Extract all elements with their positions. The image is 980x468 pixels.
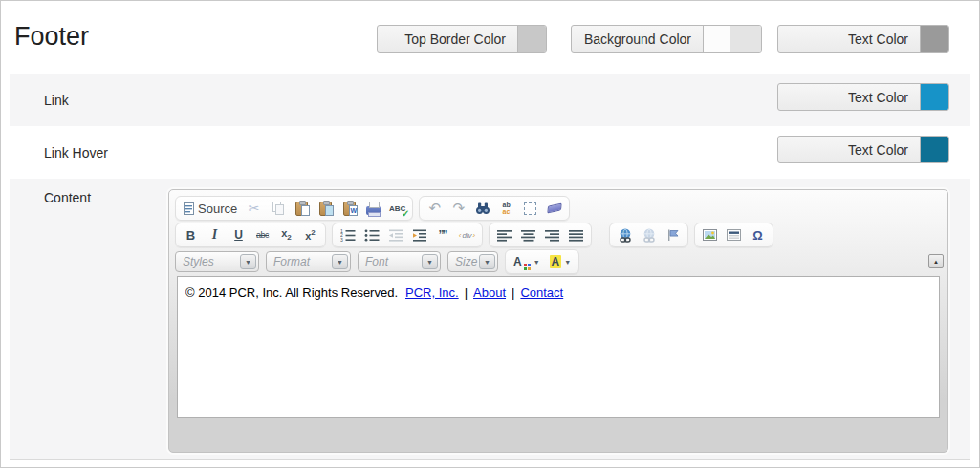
background-color-swatch-2[interactable]: [730, 26, 761, 52]
align-center-button[interactable]: [516, 224, 540, 245]
spell-check-button[interactable]: ABC✓: [385, 198, 409, 219]
font-dropdown-arrow[interactable]: ▼: [422, 254, 438, 269]
copy-button[interactable]: [266, 198, 290, 219]
link-hover-text-color-button[interactable]: Text Color: [777, 136, 949, 163]
justify-button[interactable]: [564, 224, 588, 245]
insert-image-icon: [703, 229, 717, 241]
cut-button[interactable]: ✂: [242, 198, 266, 219]
source-icon: [184, 202, 194, 215]
find-icon: [475, 202, 490, 215]
format-dropdown-label: Format: [273, 255, 310, 268]
bold-icon: B: [186, 228, 195, 243]
italic-button[interactable]: I: [203, 224, 227, 245]
format-dropdown[interactable]: Format ▼: [266, 251, 351, 272]
styles-dropdown-label: Styles: [183, 255, 214, 268]
anchor-button[interactable]: [661, 224, 685, 245]
underline-button[interactable]: U: [227, 224, 250, 245]
background-color-swatch-1[interactable]: [703, 26, 730, 52]
insert-image-button[interactable]: [698, 224, 722, 245]
replace-button[interactable]: abac: [494, 198, 518, 219]
align-center-icon: [521, 229, 535, 242]
collapse-toolbar-button[interactable]: ▲: [928, 254, 944, 268]
top-border-color-button[interactable]: Top Border Color: [377, 25, 547, 53]
editor-content-area[interactable]: © 2014 PCR, Inc. All Rights Reserved.PCR…: [177, 276, 940, 418]
chevron-down-icon: ▼: [426, 259, 433, 266]
remove-format-button[interactable]: [542, 198, 566, 219]
insert-link-button[interactable]: [613, 224, 637, 245]
footer-text-color-label: Text Color: [778, 26, 920, 52]
pcr-link[interactable]: PCR, Inc.: [405, 286, 459, 300]
footer-settings-panel: Footer Top Border Color Background Color…: [0, 0, 980, 468]
source-button[interactable]: Source: [179, 198, 242, 219]
print-icon: [366, 206, 381, 215]
increase-indent-button[interactable]: [407, 224, 431, 245]
top-border-color-swatch[interactable]: [517, 26, 546, 52]
anchor-icon: [665, 228, 680, 242]
bullet-list-icon: [364, 228, 380, 242]
align-right-icon: [545, 229, 559, 242]
print-button[interactable]: [361, 198, 385, 219]
undo-button[interactable]: ↶: [423, 198, 446, 219]
cut-icon: ✂: [249, 201, 260, 216]
numbered-list-icon: 123: [340, 228, 356, 242]
chevron-down-icon: ▼: [564, 259, 571, 266]
page-title: Footer: [14, 22, 89, 52]
find-button[interactable]: [470, 198, 494, 219]
paste-icon: [295, 202, 308, 216]
superscript-icon: x2: [305, 228, 316, 242]
source-label: Source: [198, 202, 237, 216]
footer-text-color-swatch[interactable]: [920, 26, 948, 52]
undo-icon: ↶: [428, 200, 441, 217]
link-hover-text-color-swatch[interactable]: [920, 137, 948, 162]
bold-button[interactable]: B: [179, 224, 203, 245]
bullet-list-button[interactable]: [359, 224, 383, 245]
redo-button[interactable]: ↷: [446, 198, 470, 219]
separator: |: [465, 286, 468, 300]
insert-link-icon: [618, 228, 633, 243]
link-text-color-button[interactable]: Text Color: [777, 83, 949, 111]
paste-button[interactable]: [290, 198, 314, 219]
numbered-list-button[interactable]: 123: [336, 224, 359, 245]
align-left-button[interactable]: [492, 224, 516, 245]
link-hover-text-color-label: Text Color: [778, 137, 920, 162]
size-dropdown-arrow[interactable]: ▼: [479, 254, 495, 269]
editor-status-bar: [171, 420, 946, 446]
background-color-label: Background Color: [572, 26, 703, 52]
horizontal-rule-button[interactable]: [722, 224, 746, 245]
subscript-button[interactable]: x2: [274, 224, 298, 245]
font-dropdown[interactable]: Font ▼: [358, 251, 441, 272]
background-color-button[interactable]: Background Color: [571, 25, 762, 53]
background-highlight-color-button[interactable]: A ▼: [545, 251, 577, 272]
link-row-label: Link: [44, 93, 69, 108]
size-dropdown-label: Size: [455, 255, 477, 268]
special-character-button[interactable]: Ω: [746, 224, 770, 245]
justify-icon: [569, 229, 583, 242]
create-div-icon: div: [459, 231, 476, 240]
paste-plain-text-icon: [319, 202, 332, 216]
footer-text-color-button[interactable]: Text Color: [777, 25, 949, 53]
blockquote-button[interactable]: ””: [431, 224, 455, 245]
format-dropdown-arrow[interactable]: ▼: [332, 254, 348, 269]
align-left-icon: [497, 229, 512, 242]
create-div-button[interactable]: div: [455, 224, 479, 245]
size-dropdown[interactable]: Size ▼: [447, 251, 498, 272]
contact-link[interactable]: Contact: [520, 286, 563, 300]
paste-plain-text-button[interactable]: [314, 198, 338, 219]
remove-format-icon: [547, 202, 561, 213]
styles-dropdown-arrow[interactable]: ▼: [240, 254, 256, 269]
link-text-color-swatch[interactable]: [920, 84, 948, 110]
about-link[interactable]: About: [473, 286, 506, 300]
styles-dropdown[interactable]: Styles ▼: [175, 251, 259, 272]
paste-from-word-button[interactable]: W: [338, 198, 361, 219]
strikethrough-button[interactable]: abc: [250, 224, 274, 245]
align-right-button[interactable]: [540, 224, 564, 245]
superscript-button[interactable]: x2: [298, 224, 322, 245]
remove-link-button[interactable]: [637, 224, 661, 245]
top-border-color-label: Top Border Color: [378, 26, 517, 52]
text-color-button[interactable]: A ▼: [509, 251, 545, 272]
select-all-button[interactable]: [518, 198, 542, 219]
select-all-icon: [524, 202, 536, 215]
decrease-indent-button[interactable]: [383, 224, 407, 245]
special-character-icon: Ω: [752, 228, 762, 243]
italic-icon: I: [212, 227, 217, 243]
